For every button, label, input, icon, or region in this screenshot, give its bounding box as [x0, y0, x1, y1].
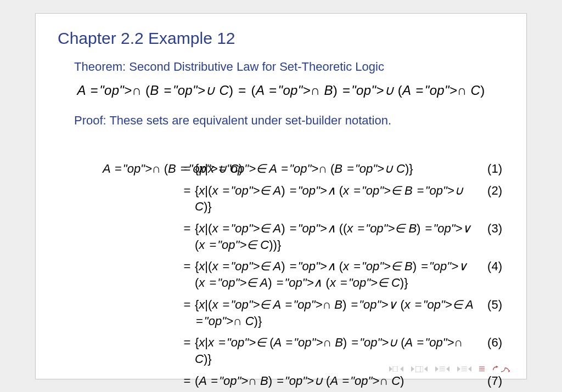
- eq-number: (2): [476, 183, 504, 199]
- theorem-formula: A ="op">∩ (B ="op">∪ C) = (A ="op">∩ B) …: [58, 83, 504, 98]
- nav-prev-subsection-icon[interactable]: [435, 366, 449, 372]
- svg-rect-5: [415, 366, 420, 372]
- proof-rhs: {x|(x ="op">∈ A) ="op">∧ ((x ="op">∈ B) …: [195, 220, 476, 253]
- eq-number: (7): [476, 373, 504, 389]
- svg-marker-18: [468, 366, 471, 372]
- proof-row: = {x|(x ="op">∈ A) ="op">∧ ((x ="op">∈ B…: [103, 220, 504, 253]
- slide: Chapter 2.2 Example 12 Theorem: Second D…: [35, 13, 527, 379]
- proof-rhs: {x|(x ="op">∈ A) ="op">∧ (x ="op">∈ B) =…: [195, 258, 476, 291]
- proof-block: A ="op">∩ (B ="op">∪ C) = {x|x ="op">∈ A…: [103, 161, 504, 389]
- svg-marker-3: [411, 366, 414, 372]
- formula-text: A ="op">∩ (B ="op">∪ C) = (A ="op">∩ B) …: [77, 83, 485, 98]
- equals-sign: =: [179, 183, 195, 199]
- equals-sign: =: [179, 220, 195, 237]
- nav-back-forward-icon[interactable]: [492, 366, 510, 372]
- eq-number: (1): [476, 161, 504, 177]
- proof-row: = {x|x ="op">∈ (A ="op">∩ B) ="op">∪ (A …: [103, 334, 504, 367]
- proof-row: = {x|(x ="op">∈ A ="op">∩ B) ="op">∨ (x …: [103, 297, 504, 329]
- equals-sign: =: [179, 161, 195, 177]
- nav-prev-section-icon[interactable]: [411, 366, 428, 372]
- proof-row: A ="op">∩ (B ="op">∪ C) = {x|x ="op">∈ A…: [103, 161, 504, 177]
- svg-rect-4: [415, 366, 423, 372]
- proof-row: = {x|(x ="op">∈ A) ="op">∧ (x ="op">∈ B …: [103, 183, 504, 215]
- proof-heading: Proof: These sets are equivalent under s…: [74, 113, 504, 128]
- theorem-heading: Theorem: Second Distributive Law for Set…: [74, 60, 504, 74]
- proof-rhs: {x|x ="op">∈ A ="op">∩ (B ="op">∪ C)}: [195, 161, 476, 177]
- eq-number: (6): [476, 334, 504, 351]
- equals-sign: =: [179, 258, 195, 275]
- svg-marker-6: [424, 366, 428, 372]
- svg-marker-13: [457, 366, 460, 372]
- equals-sign: =: [179, 334, 195, 351]
- proof-rhs: {x|x ="op">∈ (A ="op">∩ B) ="op">∪ (A ="…: [195, 334, 476, 367]
- proof-lhs: A ="op">∩ (B ="op">∪ C): [103, 161, 179, 177]
- eq-number: (3): [476, 220, 504, 237]
- beamer-nav: [389, 366, 510, 372]
- equals-sign: =: [179, 297, 195, 313]
- eq-number: (4): [476, 258, 504, 275]
- slide-title: Chapter 2.2 Example 12: [58, 29, 504, 48]
- nav-next-subsection-icon[interactable]: [457, 366, 471, 372]
- equals-sign: =: [179, 373, 195, 389]
- svg-marker-7: [435, 366, 439, 372]
- proof-row: = (A ="op">∩ B) ="op">∪ (A ="op">∩ C) (7…: [103, 373, 504, 389]
- nav-goto-end-icon[interactable]: [479, 366, 485, 372]
- proof-rhs: {x|(x ="op">∈ A ="op">∩ B) ="op">∨ (x ="…: [195, 297, 476, 329]
- svg-marker-12: [446, 366, 449, 372]
- proof-rhs: (A ="op">∩ B) ="op">∪ (A ="op">∩ C): [195, 373, 476, 389]
- nav-first-slide-icon[interactable]: [389, 366, 403, 372]
- stage: Chapter 2.2 Example 12 Theorem: Second D…: [0, 0, 562, 392]
- svg-marker-23: [496, 366, 498, 368]
- proof-row: = {x|(x ="op">∈ A) ="op">∧ (x ="op">∈ B)…: [103, 258, 504, 291]
- eq-number: (5): [476, 297, 504, 313]
- svg-marker-2: [400, 366, 403, 372]
- proof-rhs: {x|(x ="op">∈ A) ="op">∧ (x ="op">∈ B ="…: [195, 183, 476, 215]
- svg-rect-1: [393, 366, 397, 372]
- svg-marker-0: [389, 366, 392, 372]
